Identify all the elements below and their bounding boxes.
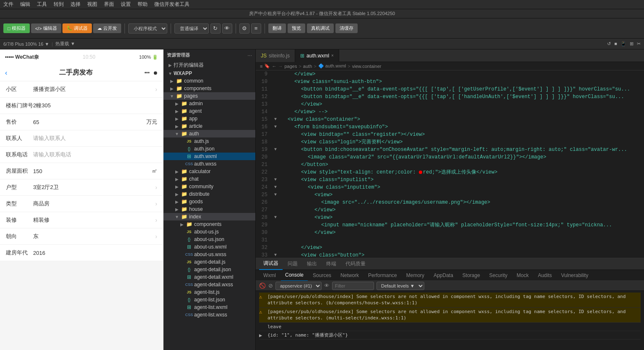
tree-item-about-us-json[interactable]: {}about-us.json xyxy=(164,236,255,243)
tree-item-agent-list-js[interactable]: JSagent-list.js xyxy=(164,288,255,296)
tree-item-house[interactable]: ▶📁house xyxy=(164,205,255,213)
menu-select[interactable]: 选择 xyxy=(70,1,80,8)
reload-icon[interactable]: ↺ xyxy=(607,41,611,47)
eye-btn[interactable]: 👁 xyxy=(222,23,232,34)
phone-form-row-售价[interactable]: 售价65万元 xyxy=(0,114,163,130)
code-arrow-23[interactable]: ▼ xyxy=(274,176,281,184)
breadcrumb-pages[interactable]: pages xyxy=(284,64,297,69)
simulator-btn[interactable]: □ 模拟器 xyxy=(3,23,30,33)
settings-btn[interactable]: ⚙ xyxy=(239,23,249,34)
sub-tab-performance[interactable]: Performance xyxy=(364,270,401,281)
sidebar-menu-icon[interactable]: ··· xyxy=(247,52,252,58)
code-arrow-15[interactable]: ▼ xyxy=(274,116,281,123)
layout-icon[interactable]: ⊞ xyxy=(630,41,634,47)
sub-tab-storage[interactable]: Storage xyxy=(458,270,484,281)
real-test-btn[interactable]: 真机调试 xyxy=(307,23,334,33)
editor-btn[interactable]: </> 编辑器 xyxy=(31,23,61,33)
tree-item-index[interactable]: ▼📁index xyxy=(164,213,255,220)
hotfix-btn[interactable]: 热重载 ▼ xyxy=(55,41,75,47)
breadcrumb-file[interactable]: 🔷 auth.wxml xyxy=(318,63,346,69)
translate-btn[interactable]: 翻译 xyxy=(268,23,286,33)
open-editors-header[interactable]: ▶ 打开的编辑器 xyxy=(164,61,255,70)
code-arrow-16[interactable]: ▼ xyxy=(274,123,281,131)
code-content[interactable]: </view><view class="sunui-auth-btn"><but… xyxy=(271,70,644,258)
filter-input[interactable] xyxy=(332,282,374,290)
menu-interface[interactable]: 界面 xyxy=(104,1,114,8)
sub-tab-wxml[interactable]: Wxml xyxy=(259,270,280,281)
tree-item-agent-list-json[interactable]: {}agent-list.json xyxy=(164,296,255,303)
code-arrow-24[interactable]: ▼ xyxy=(274,184,281,191)
compile-select[interactable]: 普通编译 xyxy=(174,23,209,34)
wxapp-header[interactable]: ▼ WXAPP xyxy=(164,70,255,77)
code-arrow-33[interactable]: ▼ xyxy=(274,251,281,258)
tree-item-admin[interactable]: ▶📁admin xyxy=(164,100,255,107)
phone-form-row-建房年代[interactable]: 建房年代2016 xyxy=(0,245,163,261)
menu-view[interactable]: 视图 xyxy=(87,1,97,8)
phone-record-icon[interactable]: ⏺ xyxy=(153,70,158,76)
phone-form-row-联系电话[interactable]: 联系电话请输入联系电话 xyxy=(0,147,163,163)
code-arrow-28[interactable]: ▼ xyxy=(274,214,281,221)
tree-item-agent[interactable]: ▶📁agent xyxy=(164,107,255,115)
tree-item-agent-list-wxss[interactable]: CSSagent-list.wxss xyxy=(164,311,255,319)
levels-select[interactable]: Default levels ▼ xyxy=(377,282,424,290)
tree-item-about-us-wxss[interactable]: CSSabout-us.wxss xyxy=(164,251,255,258)
refresh-btn[interactable]: ↻ xyxy=(210,23,221,34)
tree-item-auth-json[interactable]: {}auth.json xyxy=(164,145,255,153)
tree-item-components[interactable]: ▶📁components xyxy=(164,85,255,92)
bottom-tab-issues[interactable]: 问题 xyxy=(283,258,302,270)
phone-form-row-户型[interactable]: 户型3室2厅2卫› xyxy=(0,179,163,196)
clear-btn[interactable]: 清缓存 xyxy=(335,23,358,33)
sub-tab-network[interactable]: Network xyxy=(336,270,363,281)
tree-item-chat[interactable]: ▶📁chat xyxy=(164,175,255,183)
cloud-btn[interactable]: ☁ 云开发 xyxy=(93,23,121,33)
phone-form-row-朝向[interactable]: 朝向东› xyxy=(0,228,163,245)
scissor-icon[interactable]: ✂ xyxy=(637,41,641,47)
breadcrumb-view[interactable]: view.container xyxy=(352,64,382,69)
tree-item-calculator[interactable]: ▶📁calculator xyxy=(164,168,255,175)
tree-item-auth-wxss[interactable]: CSSauth.wxss xyxy=(164,160,255,168)
phone-form-row-装修[interactable]: 装修精装修› xyxy=(0,212,163,228)
form-value[interactable]: 请输入联系电话 xyxy=(33,151,157,158)
tree-item-article[interactable]: ▶📁article xyxy=(164,122,255,130)
tree-item-app[interactable]: ▶📁app xyxy=(164,115,255,122)
bottom-tab-terminal[interactable]: 终端 xyxy=(322,258,340,270)
tree-item-distribute[interactable]: ▶📁distribute xyxy=(164,190,255,198)
phone-form-row-小区[interactable]: 小区播播资源小区› xyxy=(0,81,163,98)
code-arrow-19[interactable]: ▼ xyxy=(274,146,281,153)
phone-form-row-联系人[interactable]: 联系人请输入联系人 xyxy=(0,130,163,147)
tree-item-agent-detail-wxml[interactable]: ⊞agent-detail.wxml xyxy=(164,273,255,281)
bottom-tab-output[interactable]: 输出 xyxy=(303,258,321,270)
tree-item-goods[interactable]: ▶📁goods xyxy=(164,198,255,205)
phone-more-icon[interactable]: ••• xyxy=(144,70,150,76)
phone-icon[interactable]: 📱 xyxy=(621,41,626,47)
bottom-tab-debugger[interactable]: 调试器 xyxy=(259,258,283,270)
console-clear-icon[interactable]: 🚫 xyxy=(259,283,266,289)
tree-item-auth-wxml[interactable]: ⊞auth.wxml xyxy=(164,153,255,160)
breadcrumb-forward[interactable]: → xyxy=(278,64,283,69)
sub-tab-sources[interactable]: Sources xyxy=(309,270,335,281)
form-value[interactable]: 请输入联系人 xyxy=(33,135,157,142)
tree-item-pages[interactable]: ▼📁pages xyxy=(164,92,255,100)
menu-tool[interactable]: 工具 xyxy=(37,1,47,8)
bottom-tab-quality[interactable]: 代码质量 xyxy=(341,258,370,270)
tab-close-btn[interactable]: × xyxy=(331,53,334,58)
sub-tab-mock[interactable]: Mock xyxy=(512,270,533,281)
breadcrumb-auth[interactable]: auth xyxy=(303,64,312,69)
tree-item-agent-detail-wxss[interactable]: CSSagent-detail.wxss xyxy=(164,281,255,288)
tab-siteinfo-js[interactable]: JS siteinfo.js xyxy=(256,49,295,62)
mode-select[interactable]: 小程序模式 xyxy=(128,23,167,34)
preview-btn[interactable]: 预览 xyxy=(288,23,305,33)
sub-tab-appdata[interactable]: AppData xyxy=(429,270,457,281)
tree-item-common[interactable]: ▶📁common xyxy=(164,77,255,85)
tree-item-about-us-wxml[interactable]: ⊞about-us.wxml xyxy=(164,243,255,251)
tree-item-about-us-js[interactable]: JSabout-us.js xyxy=(164,228,255,236)
menu-settings[interactable]: 设置 xyxy=(121,1,131,8)
phone-form-row-类型[interactable]: 类型商品房› xyxy=(0,196,163,212)
breadcrumb-back[interactable]: ← xyxy=(272,64,276,69)
sub-tab-audits[interactable]: Audits xyxy=(534,270,556,281)
tab-auth-wxml[interactable]: ⊞ auth.wxml × xyxy=(295,49,339,62)
menu-help[interactable]: 帮助 xyxy=(138,1,148,8)
menu-edit[interactable]: 编辑 xyxy=(20,1,30,8)
phone-form-row-房屋面积[interactable]: 房屋面积150㎡ xyxy=(0,163,163,179)
console-filter-icon[interactable]: ⊘ xyxy=(268,283,273,289)
